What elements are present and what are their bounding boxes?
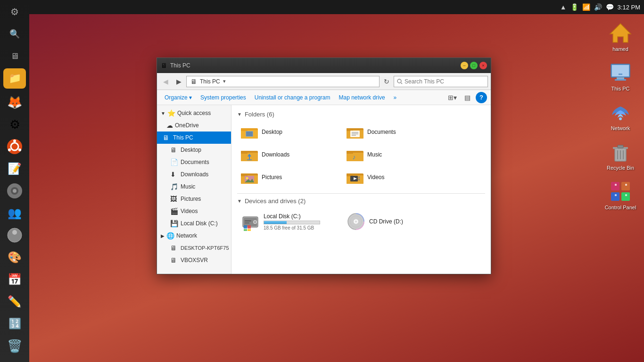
show-desktop-icon[interactable]: 🖥 bbox=[3, 46, 26, 66]
local-disk-name: Local Disk (C:) bbox=[264, 213, 320, 220]
sidebar-item-quick-access[interactable]: ▼ ⭐ Quick access bbox=[157, 107, 231, 119]
documents-sidebar-icon: 📄 bbox=[170, 158, 178, 166]
desktop-folder-icon bbox=[241, 123, 258, 140]
this-pc-desktop-icon[interactable]: This PC bbox=[602, 58, 639, 93]
settings-icon[interactable]: ⚙ bbox=[3, 2, 26, 22]
globe-icon[interactable] bbox=[3, 225, 26, 245]
sidebar-item-onedrive[interactable]: ▶ ☁ OneDrive bbox=[157, 119, 231, 132]
volume-icon: 🔊 bbox=[594, 3, 602, 11]
system-properties-button[interactable]: System properties bbox=[197, 92, 250, 103]
svg-point-78 bbox=[355, 221, 357, 223]
sidebar-item-desktop[interactable]: 🖥 Desktop bbox=[157, 144, 231, 156]
help-button[interactable]: ? bbox=[476, 92, 487, 103]
folder-documents[interactable]: Documents bbox=[343, 122, 446, 142]
refresh-button[interactable]: ↻ bbox=[381, 76, 392, 87]
user-home-label: hamed bbox=[612, 46, 628, 52]
sidebar-item-this-pc[interactable]: 🖥 This PC bbox=[157, 132, 231, 144]
hdd-icon bbox=[241, 212, 260, 231]
search-icon[interactable]: 🔍 bbox=[3, 24, 26, 44]
calendar-icon[interactable]: 📅 bbox=[3, 269, 26, 289]
forward-button[interactable]: ▶ bbox=[173, 76, 184, 87]
folders-grid: Desktop D bbox=[237, 122, 485, 188]
firefox-icon[interactable]: 🦊 bbox=[3, 92, 26, 113]
system-icon[interactable] bbox=[3, 181, 26, 201]
uninstall-button[interactable]: Uninstall or change a program bbox=[251, 92, 334, 103]
svg-rect-23 bbox=[611, 182, 619, 190]
address-dropdown-btn[interactable]: ▾ bbox=[223, 78, 226, 84]
people-icon[interactable]: 👥 bbox=[3, 203, 26, 223]
drive-local-disk[interactable]: Local Disk (C:) 18.5 GB free of 31.5 GB bbox=[237, 208, 341, 235]
folder-downloads[interactable]: Downloads bbox=[237, 144, 341, 165]
sidebar-item-music[interactable]: 🎵 Music bbox=[157, 181, 231, 193]
svg-rect-35 bbox=[246, 132, 253, 136]
close-button[interactable]: × bbox=[479, 62, 487, 69]
user-home-desktop-icon[interactable]: hamed bbox=[602, 19, 639, 54]
calc-icon[interactable]: 🔢 bbox=[3, 313, 26, 334]
sidebar-item-videos[interactable]: 🎬 Videos bbox=[157, 205, 231, 217]
cd-icon bbox=[347, 212, 365, 231]
window-title: This PC bbox=[170, 62, 458, 69]
devices-section-header[interactable]: ▼ Devices and drives (2) bbox=[237, 197, 485, 205]
devices-collapse-arrow: ▼ bbox=[237, 198, 242, 204]
sidebar-item-desktop-pc1[interactable]: 🖥 DESKTOP-KPT6F75 bbox=[157, 242, 231, 254]
minimize-button[interactable]: – bbox=[461, 62, 468, 69]
ubuntu-icon[interactable] bbox=[3, 137, 26, 157]
this-pc-sidebar-icon: 🖥 bbox=[163, 134, 170, 141]
taskbar-trash-icon[interactable]: 🗑️ bbox=[3, 335, 26, 357]
svg-rect-27 bbox=[615, 184, 617, 186]
svg-rect-28 bbox=[625, 184, 627, 186]
sidebar-item-documents[interactable]: 📄 Documents bbox=[157, 156, 231, 168]
folder-music[interactable]: ♪ Music bbox=[343, 144, 446, 165]
ubuntu-settings-icon[interactable]: ⚙ bbox=[3, 115, 26, 135]
svg-rect-70 bbox=[245, 222, 249, 223]
search-input[interactable] bbox=[394, 76, 488, 87]
back-button[interactable]: ◀ bbox=[160, 76, 171, 87]
folders-section-header[interactable]: ▼ Folders (6) bbox=[237, 111, 485, 118]
files-icon[interactable]: 📁 bbox=[3, 68, 26, 89]
sidebar-item-downloads[interactable]: ⬇ Downloads bbox=[157, 168, 231, 181]
xournal-icon[interactable]: ✏️ bbox=[3, 291, 26, 312]
more-ribbon-button[interactable]: » bbox=[390, 92, 401, 103]
map-network-button[interactable]: Map network drive bbox=[335, 92, 389, 103]
sidebar-item-pictures[interactable]: 🖼 Pictures bbox=[157, 193, 231, 205]
local-disk-sidebar-icon: 💾 bbox=[170, 220, 178, 227]
downloads-sidebar-icon: ⬇ bbox=[170, 171, 178, 178]
sidebar-item-local-disk[interactable]: 💾 Local Disk (C:) bbox=[157, 217, 231, 230]
local-disk-info: Local Disk (C:) 18.5 GB free of 31.5 GB bbox=[264, 213, 320, 230]
address-path[interactable]: 🖥 This PC ▾ bbox=[186, 76, 380, 87]
folder-desktop[interactable]: Desktop bbox=[237, 122, 341, 142]
control-panel-label: Control Panel bbox=[605, 205, 636, 210]
svg-rect-15 bbox=[619, 74, 622, 75]
sidebar-item-vboxsvr[interactable]: 🖥 VBOXSVR bbox=[157, 254, 231, 266]
ribbon-right: ⊞▾ ▤ ? bbox=[446, 92, 487, 103]
paint-icon[interactable]: 🎨 bbox=[3, 247, 26, 267]
recycle-bin-desktop-icon[interactable]: Recycle Bin bbox=[602, 138, 639, 173]
svg-point-56 bbox=[246, 177, 248, 180]
drive-cd[interactable]: CD Drive (D:) bbox=[343, 208, 446, 235]
preview-pane-button[interactable]: ▤ bbox=[461, 92, 474, 103]
chevron-up-icon[interactable]: ▲ bbox=[560, 3, 567, 11]
videos-sidebar-icon: 🎬 bbox=[170, 207, 178, 215]
view-options-button[interactable]: ⊞▾ bbox=[446, 92, 459, 103]
maximize-button[interactable]: □ bbox=[470, 62, 478, 69]
control-panel-desktop-icon[interactable]: Control Panel bbox=[602, 177, 639, 212]
documents-folder-label: Documents bbox=[367, 129, 396, 135]
cd-drive-name: CD Drive (D:) bbox=[369, 218, 403, 225]
local-disk-space: 18.5 GB free of 31.5 GB bbox=[264, 225, 320, 230]
notification-icon[interactable]: 💬 bbox=[606, 3, 614, 11]
pictures-sidebar-icon: 🖼 bbox=[170, 195, 178, 203]
notepad-icon[interactable]: 📝 bbox=[3, 159, 26, 179]
folder-pictures[interactable]: Pictures bbox=[237, 167, 341, 188]
network-desktop-icon[interactable]: Network bbox=[602, 98, 639, 133]
address-pc-icon: 🖥 bbox=[190, 78, 197, 85]
folders-collapse-arrow: ▼ bbox=[237, 112, 242, 117]
network-label: Network bbox=[611, 125, 630, 131]
topbar-right: ▲ 🔋 📶 🔊 💬 3:12 PM bbox=[560, 3, 640, 11]
documents-folder-icon bbox=[347, 123, 363, 140]
devices-grid: Local Disk (C:) 18.5 GB free of 31.5 GB bbox=[237, 208, 485, 235]
svg-point-4 bbox=[8, 148, 11, 151]
organize-button[interactable]: Organize ▾ bbox=[161, 92, 196, 103]
folder-videos[interactable]: Videos bbox=[343, 167, 446, 188]
sidebar-item-network[interactable]: ▶ 🌐 Network bbox=[157, 230, 231, 242]
svg-point-68 bbox=[254, 221, 256, 223]
